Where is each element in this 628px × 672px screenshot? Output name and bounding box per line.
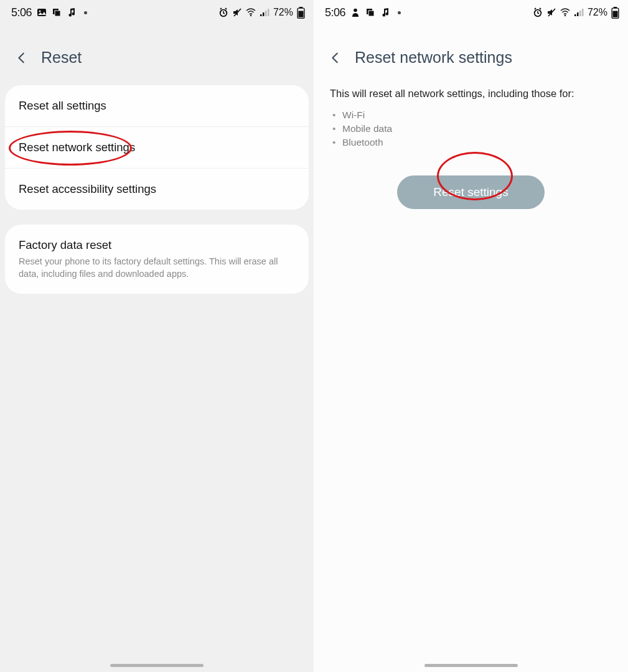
battery-percent: 72% (273, 7, 293, 18)
battery-percent: 72% (588, 7, 607, 18)
wifi-icon (560, 7, 570, 17)
bullet-item: Bluetooth (342, 136, 612, 149)
wifi-icon (246, 7, 256, 17)
svg-rect-10 (268, 9, 269, 16)
page-title: Reset network settings (355, 49, 512, 67)
alarm-icon (533, 7, 543, 17)
list-item-subtitle: Reset your phone to its factory default … (19, 256, 295, 280)
list-item-label: Reset accessibility settings (19, 182, 156, 195)
mute-icon (232, 7, 242, 17)
svg-rect-20 (574, 14, 576, 16)
factory-reset-card: Factory data reset Reset your phone to i… (5, 225, 309, 294)
svg-point-19 (565, 15, 566, 16)
home-indicator[interactable] (110, 664, 204, 667)
reset-all-settings-item[interactable]: Reset all settings (5, 85, 309, 126)
screenshot-right: 5:06 72% (314, 0, 628, 672)
reset-accessibility-settings-item[interactable]: Reset accessibility settings (5, 168, 309, 210)
svg-rect-22 (579, 11, 581, 16)
svg-rect-21 (577, 12, 579, 16)
clock: 5:06 (325, 6, 345, 19)
person-icon (350, 7, 360, 17)
battery-icon (297, 7, 305, 19)
svg-rect-7 (260, 14, 262, 16)
reset-settings-button[interactable]: Reset settings (397, 175, 544, 209)
bullet-list: Wi-Fi Mobile data Bluetooth (314, 105, 628, 159)
bullet-item: Mobile data (342, 122, 612, 136)
page-header: Reset network settings (314, 21, 628, 85)
list-item-label: Factory data reset (19, 238, 111, 251)
more-dot-icon (398, 11, 401, 14)
music-icon (380, 7, 390, 17)
svg-point-14 (354, 9, 357, 12)
mute-icon (546, 7, 556, 17)
signal-icon (574, 7, 584, 17)
back-icon[interactable] (15, 51, 29, 65)
overlay-icon (365, 7, 375, 17)
page-title: Reset (41, 49, 82, 67)
svg-rect-23 (582, 9, 584, 16)
screenshot-left: 5:06 72% (0, 0, 314, 672)
home-indicator[interactable] (424, 664, 518, 667)
svg-rect-26 (612, 11, 617, 17)
reset-network-settings-item[interactable]: Reset network settings (5, 126, 309, 168)
factory-data-reset-item[interactable]: Factory data reset Reset your phone to i… (5, 225, 309, 294)
reset-options-card: Reset all settings Reset network setting… (5, 85, 309, 210)
battery-icon (611, 7, 619, 19)
list-item-label: Reset all settings (19, 99, 106, 112)
svg-rect-9 (265, 11, 267, 16)
description-text: This will reset all network settings, in… (314, 85, 628, 105)
list-item-label: Reset network settings (19, 141, 135, 154)
alarm-icon (218, 7, 228, 17)
svg-rect-16 (368, 11, 374, 16)
svg-rect-8 (263, 12, 265, 16)
clock: 5:06 (11, 6, 32, 19)
music-icon (67, 7, 77, 17)
svg-point-1 (39, 11, 41, 12)
svg-rect-0 (37, 9, 46, 16)
svg-rect-3 (55, 11, 60, 16)
status-bar: 5:06 72% (0, 0, 314, 21)
svg-point-6 (250, 15, 251, 16)
status-bar: 5:06 72% (314, 0, 628, 21)
back-icon[interactable] (329, 51, 342, 65)
signal-icon (260, 7, 269, 17)
bullet-item: Wi-Fi (342, 108, 612, 122)
image-icon (37, 7, 47, 17)
more-dot-icon (84, 11, 87, 14)
page-header: Reset (0, 21, 314, 85)
svg-rect-13 (298, 11, 303, 17)
overlay-icon (52, 7, 62, 17)
